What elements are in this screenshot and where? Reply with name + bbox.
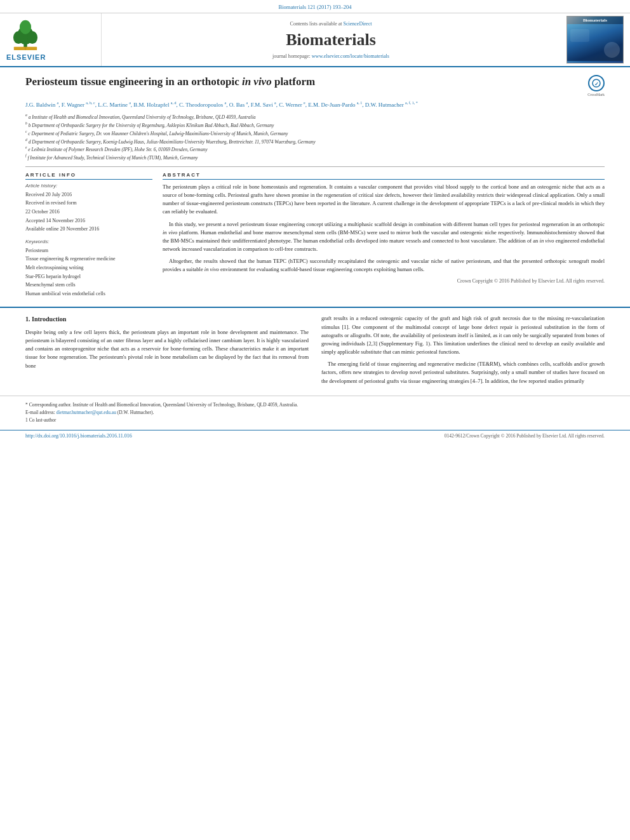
footer-bottom: http://dx.doi.org/10.1016/j.biomaterials… <box>0 430 630 441</box>
keyword-5: Mesenchymal stem cells <box>25 281 152 290</box>
revised-date: 22 October 2016 <box>25 208 152 217</box>
authors-text: J.G. Baldwin a, F. Wagner a, b, c, L.C. … <box>25 102 418 108</box>
intro-col-right: graft results in a reduced osteogenic ca… <box>321 314 605 389</box>
email-line: E-mail address: dietmar.hutmacher@qut.ed… <box>25 409 605 417</box>
accepted-date: Accepted 14 November 2016 <box>25 217 152 225</box>
affiliation-c: c c Department of Pediatric Surgery, Dr.… <box>25 129 605 137</box>
body-content: 1. Introduction Despite being only a few… <box>0 307 630 395</box>
elsevier-logo: ELSEVIER <box>6 19 46 61</box>
copyright-text: Crown Copyright © 2016 Published by Else… <box>163 278 605 284</box>
publisher-logo-area: ELSEVIER <box>0 13 102 66</box>
intro-title: 1. Introduction <box>25 314 309 324</box>
crossmark-badge: ✓ CrossMark <box>587 75 605 97</box>
endothelial-word: endothelial <box>319 237 344 244</box>
keyword-6: Human umbilical vein endothelial cells <box>25 290 152 298</box>
journal-cover-area: Biomaterials <box>560 13 630 66</box>
abstract-text: The periosteum plays a critical role in … <box>163 183 605 274</box>
revised-label: Received in revised form <box>25 199 152 208</box>
crossmark-icon: ✓ <box>592 79 601 88</box>
intro-para-left-1: Despite being only a few cell layers thi… <box>25 328 309 370</box>
svg-point-3 <box>27 31 37 44</box>
crossmark-label: CrossMark <box>587 93 605 97</box>
email-suffix: (D.W. Hutmacher). <box>117 410 154 415</box>
keyword-2: Tissue engineering & regenerative medici… <box>25 255 152 263</box>
sciencedirect-link[interactable]: ScienceDirect <box>344 21 372 27</box>
main-content: Periosteum tissue engineering in an orth… <box>0 67 630 304</box>
affiliation-b: b b Department of Orthopaedic Surgery fo… <box>25 121 605 129</box>
svg-text:✓: ✓ <box>594 81 598 87</box>
homepage-line: journal homepage: www.elsevier.com/locat… <box>114 53 547 59</box>
abstract-para-1: The periosteum plays a critical role in … <box>163 183 605 217</box>
affiliation-e: e e Leibniz Institute of Polymer Researc… <box>25 145 605 153</box>
journal-cover-image: Biomaterials <box>566 16 624 63</box>
doi-link[interactable]: http://dx.doi.org/10.1016/j.biomaterials… <box>25 433 132 439</box>
available-date: Available online 20 November 2016 <box>25 225 152 234</box>
journal-title-area: Contents lists available at ScienceDirec… <box>102 13 560 66</box>
keywords-list: Periosteum Tissue engineering & regenera… <box>25 246 152 298</box>
issn-text: 0142-9612/Crown Copyright © 2016 Publish… <box>445 433 605 439</box>
email-address[interactable]: dietmar.hutmacher@qut.edu.au <box>57 410 116 415</box>
contents-text: Contents lists available at <box>290 21 344 27</box>
authors-line: J.G. Baldwin a, F. Wagner a, b, c, L.C. … <box>25 100 605 109</box>
co-last-note: 1 Co last-author <box>25 417 605 424</box>
homepage-text: journal homepage: <box>272 53 312 59</box>
journal-header: ELSEVIER Contents lists available at Sci… <box>0 13 630 67</box>
intro-para-right-1: graft results in a reduced osteogenic ca… <box>321 314 605 356</box>
contents-available: Contents lists available at ScienceDirec… <box>114 21 547 27</box>
page: Biomaterials 121 (2017) 193–204 ELSEVIER <box>0 0 630 840</box>
introduction-section: 1. Introduction Despite being only a few… <box>25 314 605 389</box>
article-dates: Received 20 July 2016 Received in revise… <box>25 190 152 234</box>
journal-name: Biomaterials <box>114 30 547 50</box>
elsevier-tree-icon <box>6 19 44 51</box>
affiliation-f: f f Institute for Advanced Study, Techni… <box>25 153 605 161</box>
article-info-column: ARTICLE INFO Article history: Received 2… <box>25 172 152 298</box>
title-text: Periosteum tissue engineering in an orth… <box>25 76 242 88</box>
affiliation-d: d d Department of Orthopaedic Surgery, K… <box>25 137 605 145</box>
article-title: Periosteum tissue engineering in an orth… <box>25 75 581 89</box>
svg-point-4 <box>20 20 31 34</box>
keywords-label: Keywords: <box>25 239 152 244</box>
corresponding-note: * Corresponding author. Institute of Hea… <box>25 401 605 409</box>
article-history-label: Article history: <box>25 183 152 189</box>
received-date: Received 20 July 2016 <box>25 190 152 199</box>
article-info-header: ARTICLE INFO <box>25 172 152 180</box>
header-divider <box>25 166 605 167</box>
svg-point-2 <box>13 31 23 44</box>
footer-notes: * Corresponding author. Institute of Hea… <box>0 396 630 427</box>
intro-col-left: 1. Introduction Despite being only a few… <box>25 314 309 389</box>
title-italic: in vivo <box>242 76 272 88</box>
homepage-url[interactable]: www.elsevier.com/locate/biomaterials <box>312 53 389 59</box>
keyword-3: Melt electrospinning writing <box>25 263 152 272</box>
affiliation-a: a a Institute of Health and Biomedical I… <box>25 112 605 121</box>
keyword-4: Star-PEG heparin hydrogel <box>25 272 152 281</box>
abstract-para-2: In this study, we present a novel perios… <box>163 220 605 254</box>
info-abstract-section: ARTICLE INFO Article history: Received 2… <box>25 172 605 298</box>
keyword-1: Periosteum <box>25 246 152 255</box>
abstract-header: ABSTRACT <box>163 172 605 180</box>
email-label: E-mail address: <box>25 410 55 415</box>
abstract-column: ABSTRACT The periosteum plays a critical… <box>163 172 605 298</box>
elsevier-label: ELSEVIER <box>6 53 46 61</box>
affiliations: a a Institute of Health and Biomedical I… <box>25 112 605 161</box>
citation-text: Biomaterials 121 (2017) 193–204 <box>279 4 352 10</box>
journal-cover-title: Biomaterials <box>567 17 623 24</box>
abstract-para-3: Altogether, the results showed that the … <box>163 257 605 274</box>
intro-para-right-2: The emerging field of tissue engineering… <box>321 360 605 385</box>
title-suffix: platform <box>272 76 315 88</box>
journal-citation: Biomaterials 121 (2017) 193–204 <box>0 0 630 13</box>
